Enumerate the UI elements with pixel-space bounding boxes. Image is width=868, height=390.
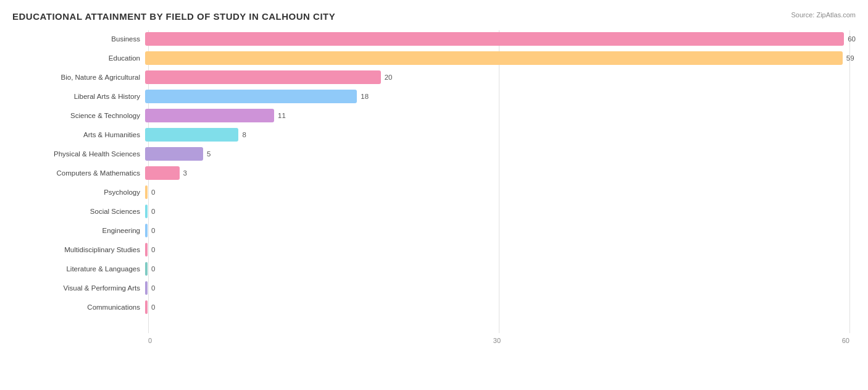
x-tick: 30 [493,337,501,344]
x-tick: 0 [148,337,152,344]
bar-label: Communications [12,303,145,311]
bar-value: 20 [385,74,393,81]
bar-label: Literature & Languages [12,265,145,273]
bar-label: Multidisciplinary Studies [12,246,145,253]
bar-fill [145,90,357,103]
bar-row: Psychology0 [12,184,856,201]
bar-label: Bio, Nature & Agricultural [12,74,145,81]
bar-row: Liberal Arts & History18 [12,88,856,105]
bar-fill [145,185,148,199]
bar-row: Communications0 [12,299,856,316]
bar-fill [145,224,148,237]
bar-label: Business [12,35,145,43]
bar-track: 0 [145,241,856,258]
bar-row: Business60 [12,30,856,48]
bar-fill [145,128,238,142]
bar-row: Visual & Performing Arts0 [12,279,856,297]
bar-label: Liberal Arts & History [12,93,145,100]
x-axis: 03060 [12,337,856,344]
bar-value: 60 [848,35,856,43]
bar-value: 18 [361,93,369,100]
bars-container: Business60Education59Bio, Nature & Agric… [12,30,856,316]
bars-area: Business60Education59Bio, Nature & Agric… [12,30,856,333]
chart-container: EDUCATIONAL ATTAINMENT BY FIELD OF STUDY… [0,0,868,390]
bar-label: Engineering [12,227,145,234]
bar-value: 8 [242,131,246,138]
bar-track: 20 [145,69,856,86]
bar-track: 0 [145,299,856,316]
bar-value: 3 [183,169,187,177]
bar-track: 3 [145,164,856,182]
bar-fill [145,32,844,46]
bar-track: 0 [145,184,856,201]
bar-fill [145,166,180,180]
bar-row: Physical & Health Sciences5 [12,145,856,163]
bar-fill [145,281,148,295]
bar-value: 0 [151,227,155,234]
bar-row: Social Sciences0 [12,203,856,220]
bar-label: Education [12,54,145,62]
bar-fill [145,51,843,65]
bar-value: 0 [151,246,155,253]
bar-row: Bio, Nature & Agricultural20 [12,69,856,86]
bar-track: 0 [145,279,856,297]
bar-value: 0 [151,189,155,196]
bar-value: 0 [151,284,155,292]
bar-value: 0 [151,303,155,311]
bar-row: Arts & Humanities8 [12,126,856,143]
bar-track: 0 [145,222,856,239]
bar-row: Multidisciplinary Studies0 [12,241,856,258]
bar-row: Computers & Mathematics3 [12,164,856,182]
bar-row: Literature & Languages0 [12,260,856,278]
bar-track: 59 [145,49,856,67]
bar-value: 11 [278,112,286,119]
title-row: EDUCATIONAL ATTAINMENT BY FIELD OF STUDY… [12,11,856,22]
bar-fill [145,300,148,314]
bar-track: 8 [145,126,856,143]
bar-fill [145,109,274,122]
bar-fill [145,205,148,218]
bar-label: Physical & Health Sciences [12,150,145,158]
bar-track: 18 [145,88,856,105]
bar-fill [145,147,203,161]
source-text: Source: ZipAtlas.com [791,11,856,19]
bar-label: Social Sciences [12,208,145,215]
bar-value: 0 [151,208,155,215]
bar-track: 0 [145,260,856,278]
bar-row: Education59 [12,49,856,67]
bar-value: 0 [151,265,155,273]
bar-track: 5 [145,145,856,163]
bar-fill [145,70,381,84]
bar-value: 5 [207,150,211,158]
bar-value: 59 [846,54,854,62]
bar-label: Visual & Performing Arts [12,284,145,292]
bar-fill [145,243,148,256]
bar-label: Arts & Humanities [12,131,145,138]
bar-row: Engineering0 [12,222,856,239]
bar-label: Psychology [12,189,145,196]
bar-label: Computers & Mathematics [12,169,145,177]
bar-track: 0 [145,203,856,220]
bar-fill [145,262,148,276]
bar-track: 11 [145,107,856,124]
bar-label: Science & Technology [12,112,145,119]
chart-title: EDUCATIONAL ATTAINMENT BY FIELD OF STUDY… [12,11,335,22]
bar-track: 60 [145,30,856,48]
x-tick: 60 [842,337,849,344]
bar-row: Science & Technology11 [12,107,856,124]
